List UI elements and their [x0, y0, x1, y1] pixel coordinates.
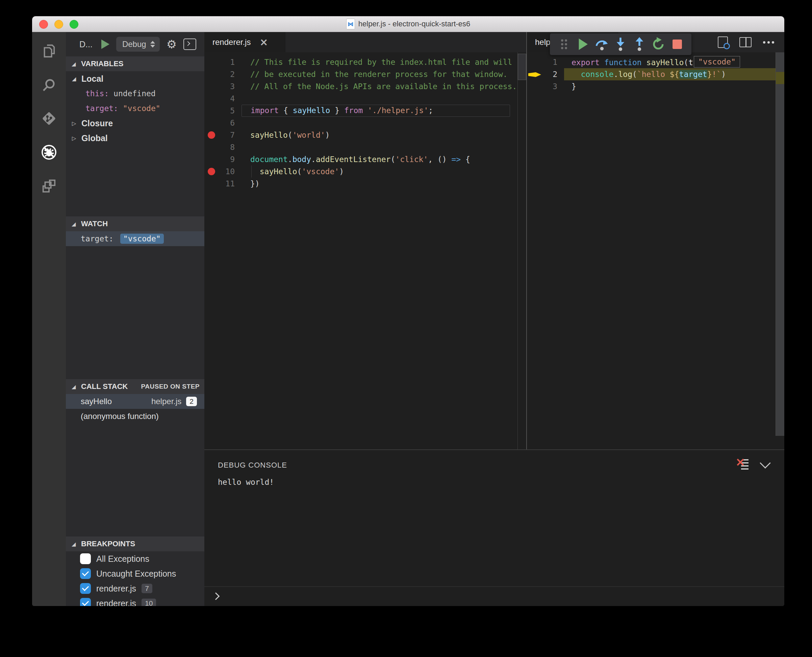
gutter-line-10[interactable]: 10	[204, 165, 242, 177]
collapse-panel-icon[interactable]	[760, 458, 771, 469]
breakpoint-row[interactable]: renderer.js 10	[66, 596, 204, 606]
split-editor-icon[interactable]	[739, 37, 751, 47]
variables-section-header[interactable]: ◢ VARIABLES	[66, 56, 204, 71]
code-line-7[interactable]: 7sayHello('world')	[204, 129, 526, 141]
gutter-line-3[interactable]: 3	[204, 80, 242, 92]
line-number: 9	[204, 153, 242, 165]
code-text[interactable]: document.body.addEventListener('click', …	[242, 153, 526, 165]
titlebar[interactable]: ⋈ helper.js - electron-quick-start-es6	[32, 16, 784, 32]
code-text[interactable]: // This file is required by the index.ht…	[242, 56, 526, 68]
gutter-line-11[interactable]: 11	[204, 177, 242, 190]
breakpoint-marker[interactable]	[208, 131, 215, 139]
code-text[interactable]	[242, 117, 526, 129]
code-line-10[interactable]: 10 sayHello('vscode')	[204, 165, 526, 177]
code-line-4[interactable]: 4	[204, 92, 526, 105]
code-text[interactable]: }	[564, 80, 784, 92]
console-input-row[interactable]	[204, 587, 784, 606]
breakpoint-checkbox[interactable]	[80, 598, 91, 606]
gutter-line-1[interactable]: 1	[204, 56, 242, 68]
gutter-line-8[interactable]: 8	[204, 141, 242, 153]
restart-icon[interactable]	[651, 37, 666, 51]
breakpoints-section-header[interactable]: ◢ BREAKPOINTS	[66, 537, 204, 551]
code-line-8[interactable]: 8	[204, 141, 526, 153]
gutter-line-3[interactable]: 3	[527, 80, 564, 92]
breakpoint-row[interactable]: Uncaught Exceptions	[66, 566, 204, 581]
extensions-icon[interactable]	[41, 178, 57, 194]
stack-frame-row[interactable]: (anonymous function)	[66, 409, 204, 424]
code-line-5[interactable]: 5import { sayHello } from './helper.js';	[204, 105, 526, 117]
gutter-line-2[interactable]: 2	[204, 68, 242, 80]
scope-closure-row[interactable]: ▷ Closure	[66, 116, 204, 131]
scope-local-row[interactable]: ◢ Local	[66, 71, 204, 86]
open-preview-icon[interactable]	[718, 36, 728, 48]
toolbar-drag-grip[interactable]	[556, 37, 572, 51]
editor-scrollbar[interactable]	[517, 52, 526, 449]
gutter-line-4[interactable]: 4	[204, 92, 242, 105]
watch-section-header[interactable]: ◢ WATCH	[66, 216, 204, 231]
code-text[interactable]	[242, 141, 526, 153]
debug-icon[interactable]	[41, 144, 57, 160]
code-token: log	[619, 70, 633, 79]
step-into-icon[interactable]	[613, 37, 628, 51]
code-line-6[interactable]: 6	[204, 117, 526, 129]
search-icon[interactable]	[41, 77, 57, 93]
code-line-11[interactable]: 11})	[204, 177, 526, 190]
gutter-line-6[interactable]: 6	[204, 117, 242, 129]
step-out-icon[interactable]	[632, 37, 647, 51]
variable-row-this[interactable]: this: undefined	[66, 86, 204, 101]
step-over-icon[interactable]	[594, 37, 609, 51]
code-text[interactable]: sayHello('vscode')	[242, 165, 526, 177]
code-line-1[interactable]: 1// This file is required by the index.h…	[204, 56, 526, 68]
code-token: .	[311, 155, 316, 164]
code-text[interactable]	[242, 92, 526, 105]
settings-gear-icon[interactable]: ⚙	[167, 39, 177, 50]
gutter-line-2[interactable]: 2	[527, 68, 564, 80]
close-window-button[interactable]	[39, 20, 48, 29]
scope-global-row[interactable]: ▷ Global	[66, 131, 204, 145]
code-line-1[interactable]: 1export function sayHello(t"vscode"	[527, 56, 784, 68]
source-control-icon[interactable]	[41, 111, 57, 127]
code-text[interactable]: import { sayHello } from './helper.js';	[242, 105, 510, 117]
code-editor-renderer-js[interactable]: 1// This file is required by the index.h…	[204, 52, 526, 449]
stop-icon[interactable]	[670, 37, 685, 51]
breakpoint-marker[interactable]	[208, 168, 215, 175]
code-text[interactable]: // All of the Node.js APIs are available…	[242, 80, 526, 92]
debug-configuration-dropdown[interactable]: Debug	[116, 37, 160, 51]
breakpoint-checkbox[interactable]	[80, 553, 91, 564]
editor-scrollbar[interactable]	[776, 52, 784, 436]
code-text[interactable]: })	[242, 177, 526, 190]
code-token: console	[581, 70, 614, 79]
clear-console-icon[interactable]	[736, 458, 750, 470]
start-debug-icon[interactable]	[101, 39, 109, 49]
zoom-window-button[interactable]	[70, 20, 78, 29]
stack-frame-row[interactable]: sayHello helper.js 2	[66, 394, 204, 409]
watch-row-target[interactable]: target: "vscode"	[66, 231, 204, 246]
gutter-line-7[interactable]: 7	[204, 129, 242, 141]
code-text[interactable]: // be executed in the renderer process f…	[242, 68, 526, 80]
code-editor-helper-js[interactable]: 1export function sayHello(t"vscode"2 con…	[527, 52, 784, 449]
code-line-2[interactable]: 2 console.log(`hello ${target}!`)	[527, 68, 784, 80]
variable-row-target[interactable]: target: "vscode"	[66, 101, 204, 116]
minimize-window-button[interactable]	[55, 20, 63, 29]
more-actions-icon[interactable]	[763, 41, 774, 44]
code-line-3[interactable]: 3// All of the Node.js APIs are availabl…	[204, 80, 526, 92]
breakpoint-checkbox[interactable]	[80, 568, 91, 579]
close-tab-icon[interactable]: ×	[259, 37, 268, 47]
code-text[interactable]: sayHello('world')	[242, 129, 526, 141]
breakpoint-row[interactable]: renderer.js 7	[66, 581, 204, 596]
breakpoint-checkbox[interactable]	[80, 583, 91, 594]
code-text[interactable]: export function sayHello(t"vscode"	[564, 56, 784, 68]
gutter-line-1[interactable]: 1	[527, 56, 564, 68]
code-line-2[interactable]: 2// be executed in the renderer process …	[204, 68, 526, 80]
call-stack-section-header[interactable]: ◢ CALL STACK PAUSED ON STEP	[66, 379, 204, 394]
code-line-3[interactable]: 3}	[527, 80, 784, 92]
continue-icon[interactable]	[575, 37, 591, 51]
breakpoint-row[interactable]: All Exceptions	[66, 551, 204, 566]
code-text[interactable]: console.log(`hello ${target}!`)	[564, 68, 784, 80]
explorer-icon[interactable]	[41, 43, 57, 59]
gutter-line-5[interactable]: 5	[204, 105, 242, 117]
debug-console-toggle-icon[interactable]	[183, 39, 196, 50]
gutter-line-9[interactable]: 9	[204, 153, 242, 165]
tab-renderer-js[interactable]: renderer.js ×	[204, 32, 285, 52]
code-line-9[interactable]: 9document.body.addEventListener('click',…	[204, 153, 526, 165]
